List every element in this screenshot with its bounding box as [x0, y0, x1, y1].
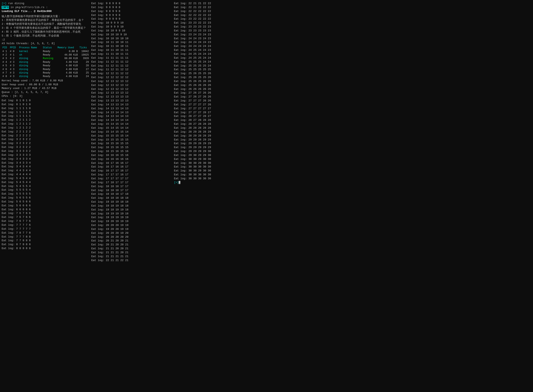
eat-log-line: Eat log: 9 8 9 9 8: [91, 9, 172, 14]
memory-used: Memory used : 1.27 MiB / 43.57 MiB: [2, 87, 90, 90]
eat-log-line: Eat log: 9 8 9 8 8: [91, 2, 172, 6]
cell-status: Ready: [42, 68, 57, 71]
eat-log-line: Eat log: 3 4 3 3 4: [2, 161, 90, 165]
eat-log-line: Eat log: 17 18 17 17 17: [91, 181, 172, 185]
col-ppid: PPID: [9, 46, 18, 50]
col-pid: PID: [2, 46, 9, 50]
cell-ppid: # 1: [9, 53, 18, 57]
eat-log-line: Eat log: 3 4 3 3 4: [2, 157, 90, 161]
eat-log-line: Eat log: 24 24 24 24 24: [174, 44, 531, 48]
cursor-block: _: [179, 181, 180, 184]
run-command: run dining: [8, 2, 24, 5]
cell-memory: 44.00 KiB: [57, 53, 79, 57]
eat-log-line: Eat log: 16 17 17 16 17: [91, 169, 172, 173]
cell-status: Ready: [42, 61, 57, 64]
cell-ppid: # 3: [9, 75, 18, 78]
cell-ticks: 28: [79, 64, 90, 68]
cell-ticks: 10025: [79, 53, 90, 57]
eat-log-line: Eat log: 11 11 10 11 11: [91, 52, 172, 56]
option4: 4：和 3 相同，但是引入了随机数作为哲学家的思考时间，不会死: [2, 30, 89, 34]
eat-log-line: Eat log: 3 2 3 2 2: [2, 141, 90, 145]
cell-memory: 60.00 KiB: [57, 57, 79, 60]
eat-log-line: Eat log: 15 15 15 15 14: [91, 134, 172, 138]
eat-log-line: Eat log: 8 8 8 8 8: [2, 247, 90, 251]
eat-log-line: Eat log: 24 24 24 24 23: [174, 41, 531, 44]
option1: 1：所有哲学家都先要拿起左手边的筷子，再拿起右手边的筷子，会？: [2, 18, 89, 22]
prompt-symbol: [>]: [174, 181, 179, 184]
eat-log-line: Eat log: 25 26 25 25 26: [174, 76, 531, 79]
eat-log-line: Eat log: 28 27 27 28 27: [174, 114, 531, 118]
cell-ticks: 29: [79, 61, 90, 64]
eat-log-line: Eat log: 22 21 21 22 21: [91, 259, 172, 262]
input-value[interactable]: :2: [2, 38, 90, 42]
eat-log-line: Eat log: 19 19 19 19 18: [91, 212, 172, 216]
chinese-intro: 输入数字选择检验不同的哲学家问题的解决方案：: [2, 15, 90, 19]
eat-log-line: Eat log: 14 13 13 14 13: [91, 103, 172, 107]
eat-log-line: Eat log: 27 26 27 26 26: [174, 95, 531, 99]
eat-log-line: Eat log: 16 16 16 16 16: [91, 157, 172, 161]
eat-log-line: Eat log: 29 29 28 29 29: [174, 142, 531, 146]
eat-logs-left: Eat log: 0 1 0 1 0Eat log: 0 1 0 1 0Eat …: [2, 99, 90, 251]
cell-memory: 4.00 KiB: [57, 68, 79, 71]
eat-log-line: Eat log: 2 2 2 2 2: [2, 134, 90, 138]
loading-line: Loading ELF file... @ 0x41bc000: [2, 9, 90, 14]
eat-log-line: Eat log: 12 13 13 13 13: [91, 95, 172, 99]
eat-log-line: Eat log: 5 6 5 5 6: [2, 196, 90, 200]
eat-log-line: Eat log: 16 15 16 15 15: [91, 146, 172, 149]
eat-log-line: Eat log: 3 3 3 3 2: [2, 149, 90, 153]
eat-log-line: Eat log: 5 6 6 6 6: [2, 204, 90, 208]
eat-log-line: Eat log: 20 21 20 20 21: [91, 239, 172, 243]
eat-logs-middle: Eat log: 9 8 9 8 8Eat log: 9 8 9 8 8Eat …: [91, 2, 172, 262]
cell-memory: 4.00 KiB: [57, 61, 79, 64]
eat-log-line: Eat log: 23 23 23 23 23: [174, 29, 531, 33]
cell-status: Ready: [42, 71, 57, 75]
table-row: # 1 # 0 kernel Ready 0.00 B 10042: [2, 50, 90, 53]
right-panel: Eat log: 22 21 21 22 22Eat log: 22 21 22…: [173, 2, 531, 390]
eat-log-line: Eat log: 29 29 28 29 29: [174, 138, 531, 142]
eat-log-line: Eat log: 12 13 12 13 12: [91, 84, 172, 87]
eat-log-line: Eat log: 12 13 13 13 12: [91, 91, 172, 95]
cell-pid: # 3: [2, 57, 9, 60]
cell-pid: # 2: [2, 53, 9, 57]
eat-log-line: Eat log: 30 30 29 30 30: [174, 157, 531, 161]
eat-log-line: Eat log: 4 4 3 4 4: [2, 169, 90, 173]
eat-log-line: Eat log: 16 15 16 15 16: [91, 149, 172, 154]
eat-log-line: Eat log: 14 13 13 14 13: [91, 107, 172, 111]
eat-log-line: Eat log: 26 26 26 26 26: [174, 87, 531, 91]
final-prompt[interactable]: [>]_: [174, 181, 531, 185]
eat-log-line: Eat log: 7 6 7 6 6: [2, 211, 90, 215]
eat-log-line: Eat log: 16 17 16 16 17: [91, 165, 172, 169]
eat-log-line: Eat log: 9 8 9 8 8: [91, 6, 172, 9]
cell-status: Ready: [42, 75, 57, 78]
eat-log-line: Eat log: 17 17 17 16 17: [91, 173, 172, 177]
eat-log-line: Eat log: 27 27 27 27 27: [174, 107, 531, 111]
table-row: # 8 # 3 dining Ready 4.00 KiB 24: [2, 75, 90, 78]
eat-log-line: Eat log: 18 18 18 17 17: [91, 185, 172, 189]
eat-log-line: Eat log: 29 29 29 29 30: [174, 149, 531, 154]
eat-log-line: Eat log: 30 30 29 30 30: [174, 161, 531, 165]
eat-log-line: Eat log: 14 14 14 14 14: [91, 118, 172, 122]
cell-ppid: # 2: [9, 57, 18, 60]
eat-log-line: Eat log: 7 7 7 7 7: [2, 227, 90, 231]
eat-log-line: Eat log: 19 20 20 19 19: [91, 227, 172, 231]
middle-panel: Eat log: 9 8 9 8 8Eat log: 9 8 9 8 8Eat …: [90, 2, 173, 390]
cell-ticks: 25: [79, 71, 90, 75]
eat-log-line: Eat log: 3 3 3 3 3: [2, 153, 90, 157]
cell-ticks: 24: [79, 75, 90, 78]
eat-log-line: Eat log: 1 2 1 1 2: [2, 122, 90, 126]
eat-log-line: Eat log: 15 14 15 15 14: [91, 130, 172, 134]
eat-log-line: Eat log: 7 7 8 8 8: [2, 239, 90, 243]
eat-log-line: Eat log: 30 30 30 30 30: [174, 177, 531, 181]
eat-log-line: Eat log: 25 26 25 26 26: [174, 79, 531, 84]
eat-log-line: Eat log: 23 24 23 24 23: [174, 33, 531, 37]
eat-log-line: Eat log: 3 2 3 2 2: [2, 145, 90, 149]
eat-log-line: Eat log: 11 12 11 12 12: [91, 68, 172, 72]
eat-log-line: Eat log: 29 29 29 29 29: [174, 146, 531, 149]
cell-memory: 4.00 KiB: [57, 71, 79, 75]
eat-log-line: Eat log: 28 28 28 28 28: [174, 126, 531, 130]
eat-log-line: Eat log: 24 24 23 24 23: [174, 37, 531, 41]
eat-log-line: Eat log: 1 1 1 1 0: [2, 111, 90, 114]
cell-ppid: # 0: [9, 50, 18, 53]
eat-log-line: Eat log: 5 4 5 5 4: [2, 184, 90, 188]
table-row: # 6 # 3 dining Ready 4.00 KiB 27: [2, 68, 90, 71]
